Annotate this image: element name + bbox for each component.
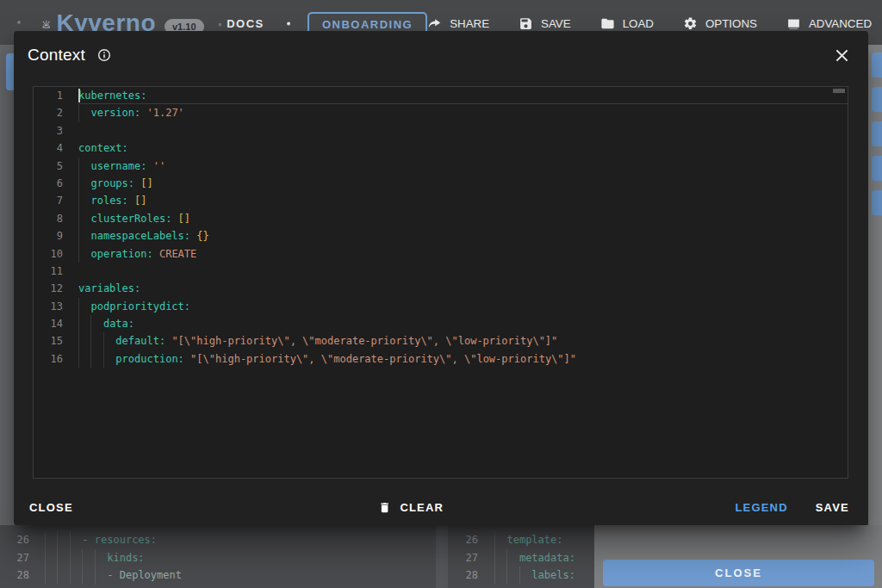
close-icon[interactable]	[833, 46, 851, 65]
code-token: "[\"high-priority\", \"moderate-priority…	[171, 335, 557, 347]
line-number: 8	[34, 210, 63, 227]
header-actions: SHARE SAVE LOAD OPTIONS ADVANCED	[427, 16, 882, 31]
code-token: kubernetes:	[78, 90, 146, 102]
onboarding-close-button[interactable]: CLOSE	[603, 560, 874, 586]
line-number: 14	[34, 315, 63, 332]
context-yaml-editor[interactable]: 1kubernetes:2 version: '1.27'34context:5…	[33, 86, 848, 479]
line-number: 12	[34, 280, 63, 297]
code-text: data:	[78, 315, 848, 332]
code-line: 10 operation: CREATE	[34, 245, 848, 263]
code-token	[45, 552, 107, 564]
code-token: namespaceLabels:	[90, 230, 190, 242]
code-text: template:	[494, 531, 594, 549]
code-token: labels:	[531, 569, 575, 581]
code-token	[78, 318, 103, 330]
code-text: namespaceLabels: {}	[78, 227, 848, 244]
line-number: 7	[34, 192, 63, 209]
clear-button[interactable]: CLEAR	[376, 498, 445, 517]
code-token	[78, 300, 90, 313]
code-line: 4context:	[34, 139, 848, 157]
gear-icon	[683, 16, 698, 31]
code-line: 27 metadata:	[448, 549, 594, 567]
load-button[interactable]: LOAD	[600, 16, 654, 31]
background-resource-editor: 26 template:27 metadata:28 labels:	[448, 525, 594, 588]
line-number: 3	[34, 122, 63, 139]
code-text: version: '1.27'	[78, 104, 848, 121]
background-side-button	[872, 121, 882, 146]
code-text: variables:	[78, 280, 848, 297]
code-line: 14 data:	[34, 315, 848, 332]
code-token	[128, 195, 134, 207]
code-token: -	[45, 569, 120, 581]
share-button[interactable]: SHARE	[427, 16, 489, 31]
modal-close-button[interactable]: CLOSE	[28, 498, 75, 517]
code-line: 9 namespaceLabels: {}	[34, 227, 848, 244]
line-number: 5	[34, 158, 63, 175]
background-side-button	[872, 190, 882, 215]
legend-button[interactable]: LEGEND	[733, 498, 789, 517]
code-token: '1.27'	[146, 107, 183, 119]
code-text: clusterRoles: []	[78, 210, 848, 227]
code-line: 1kubernetes:	[34, 87, 848, 104]
code-token: roles:	[90, 195, 127, 207]
line-number: 26	[448, 531, 478, 549]
code-text: podprioritydict:	[78, 298, 848, 315]
window-panel-icon	[786, 16, 801, 31]
code-token: version:	[90, 107, 140, 119]
code-token	[494, 569, 531, 581]
code-token: Deployment	[120, 569, 182, 581]
code-line: 7 roles: []	[34, 192, 848, 209]
line-number: 16	[34, 350, 63, 368]
context-modal: Context 1kubernetes:2 version: '1.27'34c…	[14, 31, 868, 525]
code-line: 28 - Deployment	[0, 566, 436, 585]
code-token: variables:	[78, 282, 140, 294]
code-token: data:	[103, 318, 134, 330]
code-line: 6 groups: []	[34, 175, 848, 192]
code-token	[78, 195, 90, 207]
code-text: context:	[78, 139, 848, 157]
code-token	[78, 107, 90, 119]
code-token	[494, 552, 519, 564]
code-token	[153, 248, 159, 260]
modal-title: Context	[28, 46, 85, 65]
advanced-button[interactable]: ADVANCED	[786, 16, 872, 31]
line-number: 28	[0, 566, 29, 585]
code-line: 16 production: "[\"high-priority\", \"mo…	[34, 350, 848, 368]
code-token	[146, 160, 152, 172]
line-number: 9	[34, 227, 63, 244]
save-policy-button[interactable]: SAVE	[519, 16, 571, 31]
code-token	[171, 213, 177, 225]
code-text: metadata:	[494, 549, 594, 567]
line-number: 11	[34, 263, 63, 280]
code-line: 28 labels:	[448, 566, 594, 585]
code-token	[78, 230, 90, 242]
background-left-panel	[0, 45, 15, 525]
code-line: 12variables:	[34, 280, 848, 297]
code-token	[78, 160, 90, 172]
code-text: - resources:	[45, 531, 436, 549]
code-token: operation:	[90, 248, 152, 260]
code-token: clusterRoles:	[90, 213, 171, 225]
code-line: 5 username: ''	[34, 158, 848, 175]
docs-link[interactable]: DOCS	[227, 17, 264, 30]
code-token: metadata:	[519, 552, 575, 564]
code-line: 26 - resources:	[0, 531, 436, 549]
text-cursor	[78, 89, 80, 102]
code-text: roles: []	[78, 192, 848, 209]
menu-icon[interactable]	[17, 13, 21, 32]
line-number: 27	[448, 549, 478, 567]
code-line: 13 podprioritydict:	[34, 298, 848, 315]
code-line: 15 default: "[\"high-priority\", \"moder…	[34, 332, 848, 350]
modal-save-button[interactable]: SAVE	[814, 498, 851, 517]
info-icon[interactable]	[97, 48, 111, 62]
code-line: 26 template:	[448, 531, 594, 549]
options-button[interactable]: OPTIONS	[683, 16, 757, 31]
code-token: -	[45, 534, 95, 546]
line-number: 1	[34, 87, 63, 104]
code-token: ''	[153, 160, 165, 172]
trash-icon	[378, 501, 391, 514]
code-text: production: "[\"high-priority\", \"moder…	[78, 350, 848, 368]
code-token: CREATE	[159, 248, 196, 260]
code-token	[494, 534, 506, 546]
code-text: kinds:	[45, 549, 436, 567]
